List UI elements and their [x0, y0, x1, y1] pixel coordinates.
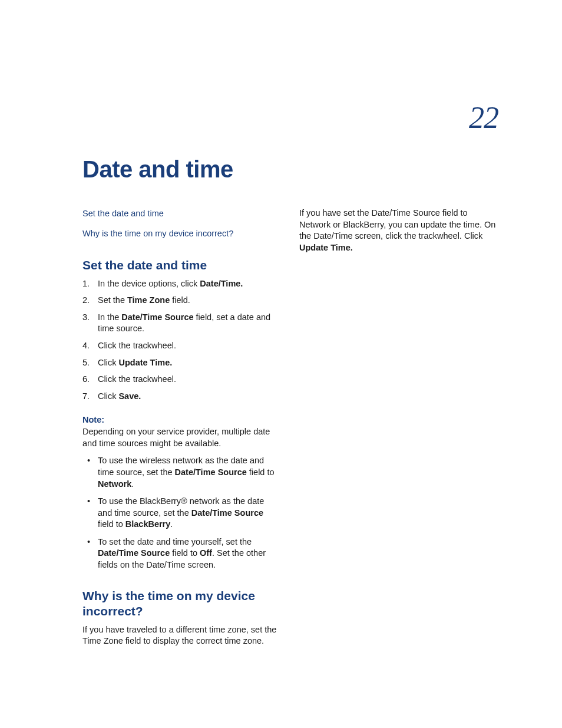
step-item: Set the Time Zone field.: [82, 295, 277, 307]
heading-why-incorrect: Why is the time on my device incorrect?: [82, 588, 277, 618]
para-timezone: If you have traveled to a different time…: [82, 624, 277, 647]
steps-list: In the device options, click Date/Time. …: [82, 278, 277, 403]
step-item: In the Date/Time Source field, set a dat…: [82, 312, 277, 335]
note-text: Depending on your service provider, mult…: [82, 426, 277, 449]
step-item: Click Update Time.: [82, 357, 277, 369]
step-item: Click Save.: [82, 391, 277, 403]
note-bullets: To use the wireless network as the date …: [82, 455, 277, 571]
bullet-item: To use the BlackBerry® network as the da…: [82, 496, 277, 531]
bullet-item: To use the wireless network as the date …: [82, 455, 277, 490]
para-update-time: If you have set the Date/Time Source fie…: [299, 207, 498, 253]
step-item: Click the trackwheel.: [82, 340, 277, 352]
toc-link-set-date-time[interactable]: Set the date and time: [82, 207, 277, 219]
note-label: Note:: [82, 415, 277, 424]
chapter-title: Date and time: [82, 156, 498, 183]
heading-set-date-time: Set the date and time: [82, 258, 277, 272]
step-item: In the device options, click Date/Time.: [82, 278, 277, 290]
step-item: Click the trackwheel.: [82, 374, 277, 386]
chapter-number: 22: [469, 100, 498, 135]
toc-link-why-incorrect[interactable]: Why is the time on my device incorrect?: [82, 228, 277, 239]
bullet-item: To set the date and time yourself, set t…: [82, 536, 277, 571]
